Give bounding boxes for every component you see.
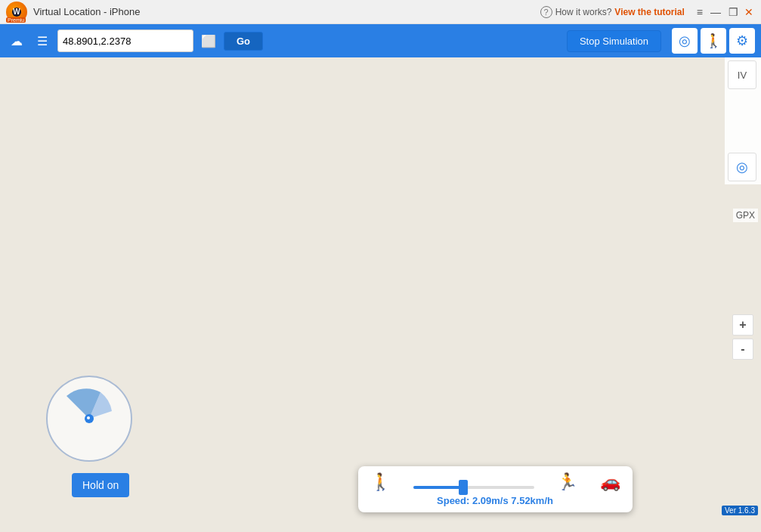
view-tutorial-link[interactable]: View the tutorial: [614, 7, 684, 17]
speed-value: 2.09m/s 7.52km/h: [472, 495, 553, 506]
premium-badge: Premiu: [6, 17, 26, 23]
speed-mode-icons: 🚶 🏃 🚗: [370, 472, 620, 492]
minimize-button[interactable]: —: [707, 6, 724, 18]
settings-icon: ⚙: [736, 32, 748, 49]
svg-point-102: [87, 416, 90, 419]
coordinate-input[interactable]: [57, 29, 193, 52]
cloud-button[interactable]: ☁: [6, 30, 27, 51]
settings-button[interactable]: ⚙: [729, 28, 755, 54]
speed-slider[interactable]: [413, 486, 534, 489]
menu-button[interactable]: ≡: [694, 6, 706, 18]
walk-speed-icon[interactable]: 🚶: [370, 472, 391, 492]
bookmark-icon: ⬜: [201, 34, 216, 48]
titlebar: W Premiu Virtual Location - iPhone ? How…: [0, 0, 761, 24]
compass-widget: [44, 373, 135, 464]
go-button[interactable]: Go: [224, 32, 263, 51]
speed-slider-fill: [413, 486, 462, 489]
iv-button[interactable]: IV: [728, 60, 756, 89]
list-button[interactable]: ☰: [32, 30, 53, 51]
target-location-button[interactable]: ◎: [672, 28, 698, 54]
compass-target-button[interactable]: ◎: [728, 153, 756, 181]
speed-display: Speed: 2.09m/s 7.52km/h: [437, 495, 553, 506]
run-speed-icon[interactable]: 🏃: [557, 472, 577, 492]
titlebar-left: W Premiu Virtual Location - iPhone: [6, 2, 140, 23]
gpx-label: GPX: [733, 209, 758, 222]
zoom-out-button[interactable]: -: [732, 339, 753, 360]
right-panel: IV ◎: [725, 57, 761, 184]
walk-icon: 🚶: [705, 32, 722, 49]
speed-label: Speed:: [437, 495, 469, 506]
help-circle-icon: ?: [540, 6, 552, 18]
map-container[interactable]: D23 N13 D914 D914 N1013 D913 A14 A14 N13…: [0, 57, 761, 532]
zoom-in-button[interactable]: +: [732, 314, 753, 336]
compass-circle-icon: ◎: [736, 159, 748, 175]
speed-panel: 🚶 🏃 🚗 Speed: 2.09m/s 7.52km/h: [358, 466, 633, 512]
list-icon: ☰: [37, 34, 48, 48]
version-label: Ver 1.6.3: [722, 506, 758, 515]
app-logo-wrap: W Premiu: [6, 2, 27, 23]
cloud-icon: ☁: [11, 34, 23, 48]
how-it-works-label: How it works?: [555, 7, 612, 17]
maximize-button[interactable]: ❒: [725, 6, 741, 18]
walk-mode-button[interactable]: 🚶: [701, 28, 726, 54]
speed-slider-thumb[interactable]: [459, 480, 468, 495]
bookmark-button[interactable]: ⬜: [198, 30, 219, 51]
titlebar-right: ? How it works? View the tutorial ≡ — ❒ …: [540, 6, 755, 18]
car-speed-icon[interactable]: 🚗: [600, 472, 620, 492]
app-title: Virtual Location - iPhone: [33, 6, 140, 17]
close-button[interactable]: ✕: [743, 6, 755, 18]
hold-on-button[interactable]: Hold on: [72, 473, 129, 497]
target-icon: ◎: [679, 32, 691, 49]
toolbar: ☁ ☰ ⬜ Go Stop Simulation ◎ 🚶 ⚙: [0, 24, 761, 57]
iv-icon: IV: [738, 70, 747, 81]
stop-simulation-button[interactable]: Stop Simulation: [567, 30, 661, 52]
window-controls: ≡ — ❒ ✕: [694, 6, 755, 18]
help-button[interactable]: ? How it works? View the tutorial: [540, 6, 685, 18]
